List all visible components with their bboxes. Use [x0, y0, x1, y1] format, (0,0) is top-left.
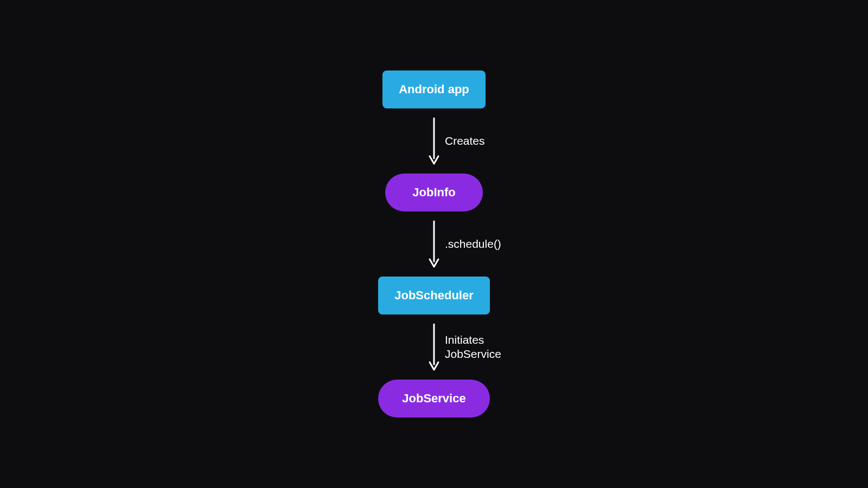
node-android-app: Android app	[382, 70, 486, 108]
node-label: JobInfo	[412, 185, 455, 200]
arrow-down-icon	[427, 116, 441, 166]
arrow-down-icon	[427, 219, 441, 269]
jobscheduler-flow-diagram: Android app Creates JobInfo .schedule() …	[378, 70, 489, 418]
node-label: Android app	[399, 82, 469, 97]
arrow-label: .schedule()	[445, 237, 501, 251]
arrow-down-icon	[427, 322, 441, 372]
arrow-label: Initiates JobService	[445, 333, 515, 362]
arrow-label-line: Initiates	[445, 333, 484, 346]
node-label: JobService	[402, 391, 465, 406]
arrow-label: Creates	[445, 134, 485, 148]
node-jobscheduler: JobScheduler	[378, 277, 489, 314]
node-jobservice: JobService	[378, 380, 489, 418]
arrow-creates: Creates	[427, 108, 441, 174]
arrow-label-line: JobService	[445, 348, 501, 360]
arrow-initiates: Initiates JobService	[427, 314, 441, 380]
arrow-schedule: .schedule()	[427, 211, 441, 277]
node-jobinfo: JobInfo	[385, 174, 483, 211]
node-label: JobScheduler	[394, 288, 473, 303]
